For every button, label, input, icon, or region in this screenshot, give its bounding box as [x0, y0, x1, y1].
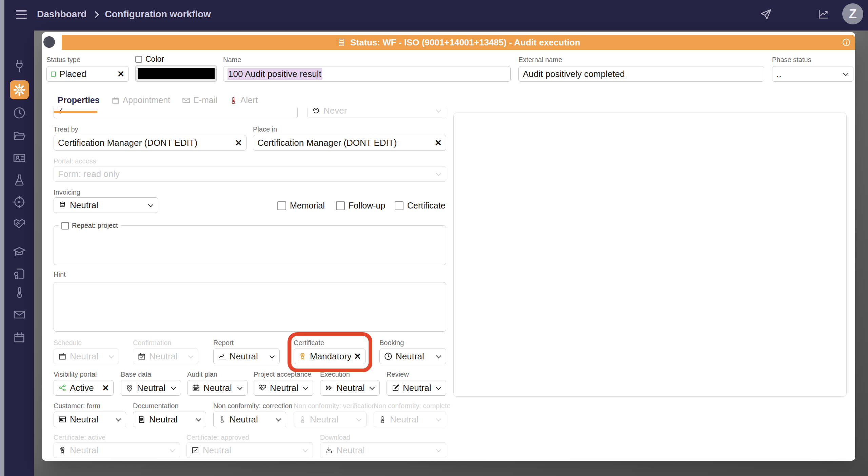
visibility-portal-clear-icon[interactable]: ✕ [102, 383, 109, 393]
non-conformity-correction-label: Non conformity: correction [213, 402, 292, 410]
booking-label: Booking [379, 339, 404, 347]
certificate-approved-label: Certificate: approved [186, 434, 249, 441]
non-conformity-correction-select[interactable]: Neutral [213, 412, 286, 427]
check-square-icon [191, 446, 200, 455]
execution-select[interactable]: Neutral [320, 380, 380, 396]
certificate-flag: Certificate [395, 201, 446, 211]
chevron-down-icon [188, 353, 194, 358]
hint-textarea[interactable] [54, 282, 446, 332]
chevron-down-icon [436, 353, 441, 358]
hint-label: Hint [54, 271, 66, 278]
chart-line-icon [218, 352, 226, 361]
status-dialog: Status: WF - ISO (9001+14001+13485) - Au… [42, 32, 855, 461]
clock-icon [384, 352, 393, 361]
chevron-down-icon [237, 384, 243, 390]
chevron-down-icon [303, 384, 309, 390]
avatar[interactable]: Z [842, 3, 863, 24]
certificate-select[interactable]: Mandatory…✕ [294, 349, 366, 364]
invoicing-select[interactable]: Neutral [54, 197, 158, 213]
place-in-field[interactable]: Certification Manager (DONT EDIT) ✕ [253, 135, 446, 151]
non-conformity-complete-select: Neutral [374, 412, 446, 427]
tab-properties[interactable]: Properties [58, 95, 100, 105]
repeat-project-checkbox[interactable] [61, 222, 69, 230]
send-icon[interactable] [760, 8, 772, 20]
status-type-label: Status type [46, 56, 80, 64]
project-acceptance-select[interactable]: Neutral [254, 380, 313, 396]
sidebar-item-handshake-icon[interactable] [10, 215, 29, 234]
scrolled-select: Never [307, 108, 446, 118]
documentation-select[interactable]: Neutral [133, 412, 206, 427]
phase-status-select[interactable]: .. [772, 66, 853, 82]
base-data-select[interactable]: Neutral [121, 380, 181, 396]
sidebar-item-envelope-icon[interactable] [10, 305, 29, 324]
sidebar-item-calendar-icon[interactable] [10, 328, 29, 347]
chevron-down-icon [356, 416, 362, 421]
certificate-checkbox[interactable] [395, 201, 403, 210]
sidebar-item-flask-icon[interactable] [10, 171, 29, 190]
chevron-down-icon [276, 416, 281, 421]
color-swatch-button[interactable] [135, 65, 217, 82]
sidebar-item-cert-file-icon[interactable] [10, 264, 29, 283]
medal-icon [58, 446, 67, 455]
confirmation-select: Neutral [133, 349, 198, 364]
visibility-portal-select[interactable]: Active✕ [54, 380, 114, 396]
certificate-flag-label: Certificate [407, 201, 446, 211]
sidebar-item-target-icon[interactable] [10, 193, 29, 212]
form-lines-icon [58, 415, 67, 424]
info-icon[interactable] [842, 38, 851, 47]
tab-e-mail[interactable]: E-mail [182, 95, 217, 105]
medal-icon [298, 352, 307, 361]
calendar-check-icon [137, 352, 146, 361]
report-select[interactable]: Neutral [213, 349, 280, 364]
non-conformity-verification-label: Non conformity: verification [294, 402, 375, 410]
tab-appointment[interactable]: Appointment [111, 95, 170, 105]
calendar-icon [58, 352, 67, 361]
color-checkbox[interactable] [135, 56, 142, 63]
sidebar-item-thermometer-icon[interactable] [10, 283, 29, 302]
place-in-clear-icon[interactable]: ✕ [435, 138, 442, 148]
confirmation-label: Confirmation [133, 339, 171, 347]
chevron-down-icon [436, 447, 441, 452]
repeat-project-fieldset: Repeat: project [54, 222, 446, 265]
tab-alert[interactable]: Alert [229, 95, 258, 105]
review-label: Review [387, 371, 409, 378]
project-acceptance-label: Project acceptance [254, 371, 311, 378]
breadcrumb-dashboard[interactable]: Dashboard [37, 9, 86, 20]
chevron-down-icon [843, 71, 849, 76]
non-conformity-verification-select: Neutral [294, 412, 367, 427]
sidebar-item-folder-icon[interactable] [10, 126, 29, 145]
name-input[interactable]: 100 Audit positive result [223, 66, 511, 82]
dialog-handle-circle[interactable] [43, 36, 55, 48]
sidebar-item-clock-icon[interactable] [10, 103, 29, 122]
sidebar-item-plug-icon[interactable] [10, 57, 29, 76]
form-window-icon [337, 38, 346, 47]
review-select[interactable]: Neutral [387, 380, 446, 396]
color-swatch [138, 68, 215, 79]
thermometer-icon [298, 415, 307, 424]
certificate-clear-icon[interactable]: ✕ [354, 352, 361, 361]
invoicing-label: Invoicing [54, 189, 80, 196]
memorial-checkbox[interactable] [277, 201, 286, 210]
sidebar-item-gear-icon[interactable] [10, 80, 29, 99]
hamburger-menu-icon[interactable] [16, 10, 27, 19]
customer-form-select[interactable]: Neutral [54, 412, 126, 427]
memorial-flag: Memorial [277, 201, 325, 211]
follow-up-checkbox[interactable] [336, 201, 345, 210]
documentation-label: Documentation [133, 402, 179, 410]
status-type-field[interactable]: Placed ✕ [46, 66, 129, 82]
trend-chart-icon[interactable] [817, 8, 830, 20]
status-type-clear-icon[interactable]: ✕ [117, 69, 124, 79]
share-icon [58, 383, 67, 392]
name-value-selected: 100 Audit positive result [228, 68, 322, 80]
external-name-label: External name [518, 56, 562, 64]
chevron-down-icon [370, 384, 375, 390]
treat-by-clear-icon[interactable]: ✕ [235, 138, 242, 148]
booking-select[interactable]: Neutral [379, 349, 446, 364]
treat-by-field[interactable]: Certification Manager (DONT EDIT) ✕ [54, 135, 246, 151]
chevron-down-icon [303, 447, 308, 452]
external-name-input[interactable]: Audit positively completed [518, 66, 764, 82]
execution-label: Execution [320, 371, 350, 378]
sidebar-item-grad-cap-icon[interactable] [10, 242, 29, 261]
sidebar-item-id-card-icon[interactable] [10, 148, 29, 167]
audit-plan-select[interactable]: Neutral [187, 380, 248, 396]
